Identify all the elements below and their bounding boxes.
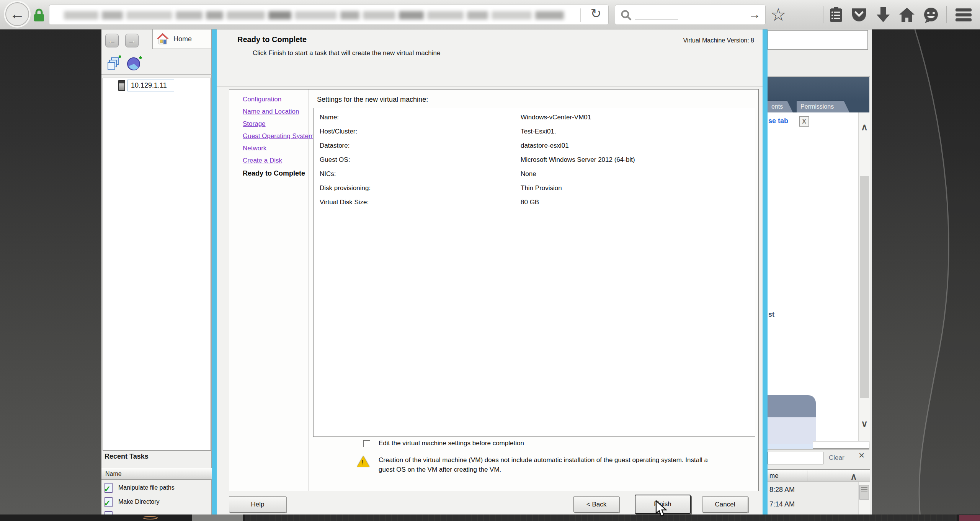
edit-settings-checkbox[interactable]	[363, 440, 370, 447]
new-vm-wizard-dialog: Ready to Complete Click Finish to start …	[212, 29, 768, 514]
right-scrollbar[interactable]: ∧ ∨	[858, 112, 870, 444]
settings-row: Disk provisioning:Thin Provision	[314, 181, 754, 195]
scroll-up-icon[interactable]: ∧	[859, 122, 870, 132]
settings-row: NICs:None	[314, 167, 754, 181]
mouse-cursor	[655, 500, 668, 518]
task-label: Make Directory	[118, 498, 160, 505]
vm-version-label: Virtual Machine Version: 8	[683, 37, 754, 44]
scroll-up-icon[interactable]: ∧	[848, 471, 859, 482]
settings-row: Datastore:datastore-esxi01	[314, 139, 754, 153]
download-icon[interactable]	[876, 7, 890, 23]
task-row[interactable]: ✓ Make Directory	[101, 496, 212, 510]
taskbar-logo	[142, 516, 158, 519]
wizard-step-title: Ready to Complete	[237, 35, 307, 44]
settings-row: Host/Cluster:Test-Esxi01.	[314, 125, 754, 139]
cancel-button[interactable]: Cancel	[702, 496, 748, 513]
tab-content-area: se tab X st	[768, 112, 858, 444]
vsphere-left-panel: ← → Home	[101, 29, 212, 514]
vsphere-right-panel: ents Permissions se tab X st ∧ ∨ Clear ×	[768, 29, 872, 514]
tasks-filter-input[interactable]	[768, 452, 823, 464]
settings-row: Guest OS:Microsoft Windows Server 2012 (…	[314, 153, 754, 167]
right-separator	[768, 449, 869, 450]
close-tab-x-button[interactable]: X	[799, 116, 809, 127]
toolbar-separator	[823, 6, 823, 23]
column-divider	[807, 471, 807, 481]
tooltip-body	[768, 417, 816, 444]
browser-back-button[interactable]: ←	[5, 2, 29, 26]
home-house-icon	[157, 33, 169, 45]
settings-row: Name:Windows-vCenter-VM01	[314, 111, 754, 125]
wizard-nav-name-location[interactable]: Name and Location	[243, 106, 308, 118]
tab-events-partial[interactable]: ents	[768, 101, 793, 112]
wizard-body: Configuration Name and Location Storage …	[229, 89, 759, 491]
menu-icon[interactable]	[956, 8, 972, 23]
task-time: 7:14 AM	[769, 500, 795, 508]
search-go-icon[interactable]: →	[748, 7, 761, 21]
hello-smiley-icon[interactable]	[923, 7, 939, 24]
warning-text: Creation of the virtual machine (VM) doe…	[379, 455, 717, 474]
object-header-band	[768, 77, 869, 101]
close-panel-icon[interactable]: ×	[859, 449, 864, 461]
scrollbar-thumb[interactable]	[860, 176, 869, 398]
tasks-scrollbar[interactable]	[858, 482, 870, 514]
tooltip-header	[768, 395, 816, 417]
left-panel-separator	[101, 74, 212, 75]
task-done-icon: ✓	[105, 483, 113, 493]
close-tab-link-partial[interactable]: se tab	[768, 117, 788, 125]
blurred-url-text	[64, 11, 573, 20]
vsphere-home-tab[interactable]: Home	[152, 29, 212, 49]
wizard-nav-current-step: Ready to Complete	[243, 167, 308, 180]
taskbar-corner	[959, 515, 980, 521]
nav-content-divider	[309, 90, 309, 491]
scroll-down-icon[interactable]: ∨	[859, 418, 870, 429]
object-tabs: ents Permissions	[768, 101, 869, 112]
help-button[interactable]: Help	[229, 496, 286, 513]
wizard-nav-configuration[interactable]: Configuration	[243, 93, 308, 106]
new-inventory-icon[interactable]	[108, 55, 123, 72]
inventory-tree: 10.129.1.11	[103, 78, 211, 451]
header-separator	[217, 86, 763, 86]
wizard-nav-network[interactable]: Network	[243, 142, 308, 155]
tree-item-host[interactable]: 10.129.1.11	[127, 80, 174, 91]
wizard-nav-create-disk[interactable]: Create a Disk	[243, 155, 308, 167]
host-icon	[118, 80, 125, 91]
wizard-step-nav: Configuration Name and Location Storage …	[243, 93, 308, 180]
wizard-nav-guest-os[interactable]: Guest Operating System	[243, 130, 308, 142]
search-input[interactable]: →	[615, 5, 766, 25]
settings-table: Name:Windows-vCenter-VM01 Host/Cluster:T…	[313, 108, 755, 437]
reading-list-icon[interactable]	[828, 7, 844, 23]
vsphere-window: ← → Home	[101, 29, 872, 514]
pocket-icon[interactable]	[851, 8, 867, 23]
search-caret-underline	[635, 20, 678, 20]
back-button[interactable]: < Back	[573, 496, 619, 513]
https-lock-icon	[33, 8, 45, 22]
clear-link[interactable]: Clear	[829, 454, 844, 462]
tab-permissions[interactable]: Permissions	[797, 101, 849, 112]
url-bar[interactable]: ↻	[49, 5, 609, 25]
taskbar-item	[192, 514, 243, 521]
task-label: Manipulate file paths	[118, 484, 175, 491]
screen: ← ↻ →	[0, 0, 980, 521]
partial-text: st	[768, 311, 774, 319]
right-search-box[interactable]	[768, 30, 868, 50]
wizard-nav-storage[interactable]: Storage	[243, 118, 308, 130]
time-column-header[interactable]: me ∧	[768, 469, 870, 482]
home-tab-label: Home	[173, 35, 192, 43]
vsphere-forward-button[interactable]: →	[125, 34, 139, 47]
recent-tasks-title: Recent Tasks	[105, 453, 149, 461]
task-row[interactable]: ✓ Manipulate file paths	[101, 482, 212, 495]
task-done-icon: ✓	[105, 497, 113, 507]
search-icon	[621, 10, 632, 21]
bottom-taskbar-strip	[0, 514, 980, 521]
browser-toolbar: ← ↻ →	[0, 0, 980, 29]
warning-icon: !	[357, 456, 369, 467]
recent-tasks-column-header[interactable]: Name	[101, 468, 212, 480]
vsphere-back-button[interactable]: ←	[105, 34, 119, 47]
reload-icon[interactable]: ↻	[591, 6, 602, 21]
settings-heading: Settings for the new virtual machine:	[317, 96, 428, 104]
filter-box[interactable]	[813, 441, 869, 449]
bookmark-star-icon[interactable]: ☆	[770, 6, 786, 23]
home-icon[interactable]	[899, 7, 915, 23]
new-datacenter-icon[interactable]	[127, 55, 143, 72]
scrollbar-thumb[interactable]	[859, 485, 869, 500]
